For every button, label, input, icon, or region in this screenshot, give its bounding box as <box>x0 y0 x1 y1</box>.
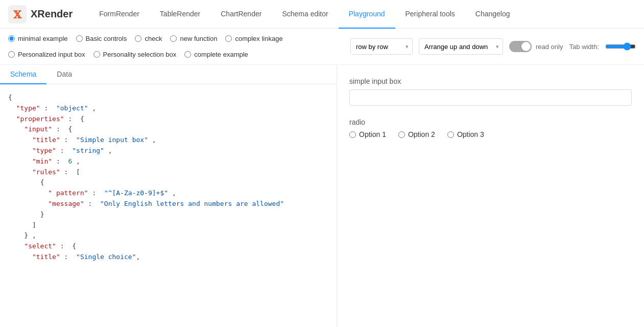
radio-option-2[interactable]: Option 2 <box>398 130 435 138</box>
radio-options: Option 1 Option 2 Option 3 <box>349 130 632 138</box>
tab-data[interactable]: Data <box>46 65 82 84</box>
nav-link-peripheral-tools[interactable]: Peripheral tools <box>395 0 465 29</box>
main-content: Schema Data { "type" : "object" , "prope… <box>0 65 644 327</box>
nav-links: FormRender TableRender ChartRender Schem… <box>89 0 636 29</box>
radio-personalized-input[interactable]: Personalized input box <box>8 51 85 58</box>
tab-width-label: Tab width: <box>569 43 599 51</box>
nav-link-chart-render[interactable]: ChartRender <box>210 0 272 29</box>
simple-input-label: simple input box <box>349 77 632 85</box>
top-nav: 𝕏 XRender FormRender TableRender ChartRe… <box>0 0 644 29</box>
nav-link-schema-editor[interactable]: Schema editor <box>272 0 338 29</box>
radio-basic[interactable]: Basic controls <box>76 35 127 42</box>
logo-text: XRender <box>31 8 73 20</box>
logo-icon: 𝕏 <box>8 5 27 24</box>
radio-complete-example[interactable]: complete example <box>184 51 248 58</box>
radio-personality-selection[interactable]: Personality selection box <box>93 51 177 58</box>
nav-link-changelog[interactable]: Changelog <box>465 0 520 29</box>
left-panel: Schema Data { "type" : "object" , "prope… <box>0 65 337 327</box>
read-only-label: read only <box>536 43 563 51</box>
radio-section: radio Option 1 Option 2 Option 3 <box>349 118 632 138</box>
toggle-knob <box>521 42 531 51</box>
nav-link-form-render[interactable]: FormRender <box>89 0 150 29</box>
code-editor[interactable]: { "type" : "object" , "properties" : { "… <box>0 84 337 327</box>
right-panel: simple input box radio Option 1 Option 2… <box>337 65 644 327</box>
radio-label: radio <box>349 118 632 126</box>
nav-link-playground[interactable]: Playground <box>339 0 395 29</box>
arrange-select-wrapper: Arrange up and down Arrange left and rig… <box>419 38 503 55</box>
layout-select[interactable]: row by row two columns three columns <box>350 38 413 55</box>
radio-option-3[interactable]: Option 3 <box>447 130 484 138</box>
tab-schema[interactable]: Schema <box>0 65 46 84</box>
radio-new-function[interactable]: new function <box>170 35 217 42</box>
logo-area: 𝕏 XRender <box>8 5 73 24</box>
nav-link-table-render[interactable]: TableRender <box>150 0 210 29</box>
radio-complex-linkage[interactable]: complex linkage <box>225 35 282 42</box>
radio-check[interactable]: check <box>135 35 162 42</box>
arrange-select[interactable]: Arrange up and down Arrange left and rig… <box>419 38 503 55</box>
example-radio-group: minimal example Basic controls check new… <box>8 35 344 58</box>
read-only-toggle-wrapper: read only <box>509 41 563 52</box>
simple-input-section: simple input box <box>349 77 632 106</box>
layout-select-wrapper: row by row two columns three columns <box>350 38 413 55</box>
radio-minimal[interactable]: minimal example <box>8 35 68 42</box>
svg-text:𝕏: 𝕏 <box>13 9 22 20</box>
tabs-bar: Schema Data <box>0 65 337 84</box>
simple-input-field[interactable] <box>349 89 632 106</box>
toolbar-right: row by row two columns three columns Arr… <box>350 38 636 55</box>
toolbar: minimal example Basic controls check new… <box>0 29 644 65</box>
read-only-toggle[interactable] <box>509 41 532 52</box>
radio-option-1[interactable]: Option 1 <box>349 130 386 138</box>
tab-width-slider[interactable] <box>605 42 636 51</box>
